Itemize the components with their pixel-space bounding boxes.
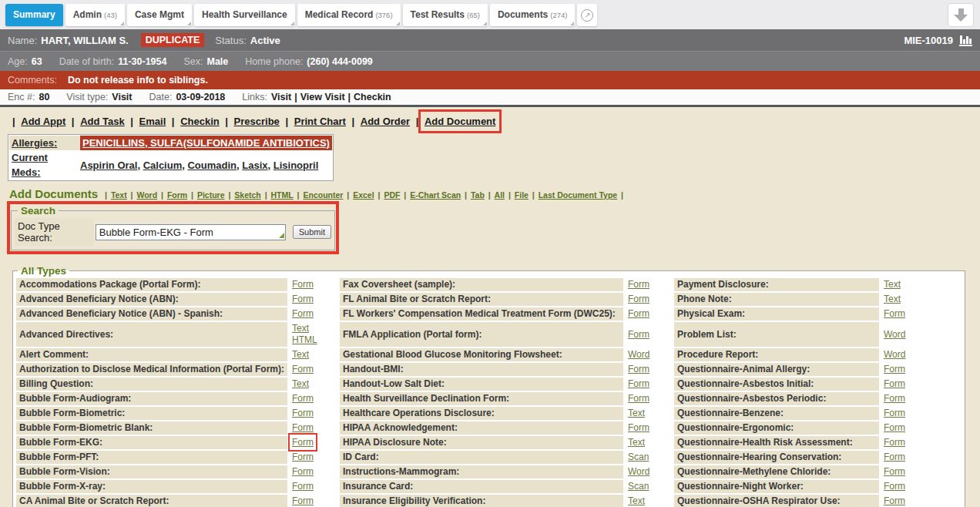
doc-type-link-encounter[interactable]: Encounter — [303, 190, 343, 200]
med-link-coumadin[interactable]: Coumadin — [187, 159, 237, 171]
encounter-link-checkin[interactable]: Checkin — [354, 92, 391, 102]
doc-type-label: HIPAA Disclosure Note: — [340, 436, 623, 449]
print-chart-link[interactable]: Print Chart — [294, 116, 346, 127]
form-link[interactable]: Form — [628, 378, 649, 389]
tab-health-surveillance[interactable]: Health Surveillance — [194, 4, 295, 26]
text-link[interactable]: Text — [628, 437, 645, 448]
form-link[interactable]: Form — [292, 393, 314, 404]
doc-type-link-picture[interactable]: Picture — [197, 190, 225, 200]
tab-summary[interactable]: Summary — [5, 4, 63, 26]
med-link-calcium[interactable]: Calcium — [143, 159, 183, 171]
encounter-link-visit[interactable]: Visit — [271, 92, 291, 102]
doc-type-link-e-chart-scan[interactable]: E-Chart Scan — [410, 190, 461, 200]
visit-type-label: Visit type: — [66, 92, 108, 102]
doc-type-link-word[interactable]: Word — [136, 190, 157, 200]
tab-documents[interactable]: Documents(274) — [490, 4, 576, 26]
form-link[interactable]: Form — [628, 279, 649, 290]
text-link[interactable]: Text — [292, 349, 309, 360]
form-link[interactable]: Form — [628, 308, 649, 319]
word-link[interactable]: Word — [628, 349, 649, 360]
med-link-lasix[interactable]: Lasix — [242, 159, 267, 171]
form-link[interactable]: Form — [884, 393, 905, 404]
doc-type-link-all[interactable]: All — [495, 190, 505, 200]
form-link[interactable]: Form — [884, 378, 905, 389]
bar-chart-icon[interactable] — [959, 34, 972, 46]
submit-button[interactable]: Submit — [293, 225, 331, 239]
word-link[interactable]: Word — [884, 349, 905, 360]
med-link-aspirin-oral[interactable]: Aspirin Oral — [80, 159, 137, 171]
doc-type-link-file[interactable]: File — [515, 190, 529, 200]
doc-type-link-excel[interactable]: Excel — [353, 190, 374, 200]
form-link[interactable]: Form — [292, 495, 314, 506]
add-document-link[interactable]: Add Document — [425, 116, 495, 127]
form-link[interactable]: Form — [292, 481, 314, 492]
form-link[interactable]: Form — [884, 466, 905, 477]
form-link[interactable]: Form — [884, 495, 905, 506]
encounter-link-view-visit[interactable]: View Visit — [300, 92, 345, 102]
word-link[interactable]: Word — [884, 329, 905, 340]
form-link[interactable]: Form — [884, 437, 905, 448]
documents-popout-button[interactable]: ↗ — [577, 4, 597, 26]
form-link[interactable]: Form — [884, 408, 905, 418]
table-row: Bubble Form-PFT:FormID Card:ScanQuestion… — [16, 451, 962, 464]
form-link[interactable]: Form — [292, 294, 314, 304]
html-link[interactable]: HTML — [292, 334, 335, 346]
form-link[interactable]: Form — [292, 308, 314, 319]
duplicate-badge: DUPLICATE — [141, 33, 205, 47]
tab-test-results[interactable]: Test Results(65) — [403, 4, 488, 26]
add-appt-link[interactable]: Add Appt — [21, 116, 65, 127]
form-link[interactable]: Form — [628, 393, 649, 404]
email-link[interactable]: Email — [139, 116, 166, 127]
scroll-down-button[interactable] — [948, 3, 974, 27]
doc-type-search-input[interactable] — [96, 224, 286, 240]
text-link[interactable]: Text — [884, 294, 901, 304]
allergies-label-cell: Allergies: — [9, 136, 80, 150]
doc-type-link-text[interactable]: Text — [111, 190, 127, 200]
form-link[interactable]: Form — [292, 364, 314, 374]
word-link[interactable]: Word — [628, 466, 649, 477]
doc-type-link-sketch[interactable]: Sketch — [234, 190, 260, 200]
text-link[interactable]: Text — [292, 323, 335, 334]
form-link[interactable]: Form — [884, 308, 905, 319]
form-link[interactable]: Form — [884, 481, 905, 492]
form-link[interactable]: Form — [292, 466, 314, 477]
form-link[interactable]: Form — [884, 364, 905, 374]
allergies-link[interactable]: Allergies: — [12, 137, 57, 149]
form-link[interactable]: Form — [292, 437, 314, 448]
scan-link[interactable]: Scan — [628, 481, 649, 492]
form-link[interactable]: Form — [292, 422, 314, 433]
doc-type-link-form[interactable]: Form — [167, 190, 187, 200]
form-link[interactable]: Form — [292, 408, 314, 418]
form-link[interactable]: Form — [884, 422, 905, 433]
form-link[interactable]: Form — [884, 452, 905, 462]
text-link[interactable]: Text — [292, 378, 309, 389]
form-link[interactable]: Form — [628, 364, 649, 374]
allergies-value[interactable]: PENICILLINS, SULFA(SULFONAMIDE ANTIBIOTI… — [80, 136, 332, 150]
text-link[interactable]: Text — [628, 495, 645, 506]
checkin-link[interactable]: Checkin — [180, 116, 220, 127]
add-order-link[interactable]: Add Order — [361, 116, 410, 127]
doc-type-link-last-document-type[interactable]: Last Document Type — [539, 190, 618, 200]
text-link[interactable]: Text — [884, 279, 901, 290]
tab-case-mgmt[interactable]: Case Mgmt — [127, 4, 192, 26]
add-task-link[interactable]: Add Task — [80, 116, 125, 127]
doc-type-link-html[interactable]: HTML — [271, 190, 294, 200]
form-link[interactable]: Form — [628, 294, 649, 304]
tab-medical-record[interactable]: Medical Record(376) — [297, 4, 401, 26]
current-meds-link[interactable]: Current Meds: — [12, 152, 48, 178]
tab-admin[interactable]: Admin(43) — [65, 4, 125, 26]
doc-type-label: Physical Exam: — [674, 307, 879, 321]
scan-link[interactable]: Scan — [628, 452, 649, 462]
med-link-lisinopril[interactable]: Lisinopril — [274, 159, 319, 171]
form-link[interactable]: Form — [628, 422, 649, 433]
form-link[interactable]: Form — [628, 329, 649, 340]
form-link[interactable]: Form — [292, 452, 314, 462]
form-link[interactable]: Form — [292, 279, 314, 290]
tab-label: Admin — [73, 9, 102, 20]
doc-type-link-tab[interactable]: Tab — [471, 190, 485, 200]
doc-type-link-pdf[interactable]: PDF — [384, 190, 400, 200]
prescribe-link[interactable]: Prescribe — [234, 116, 280, 127]
highlighted-link-annotation: Form — [292, 437, 314, 448]
table-row: Accommodations Package (Portal Form):For… — [16, 278, 962, 291]
text-link[interactable]: Text — [628, 408, 645, 418]
